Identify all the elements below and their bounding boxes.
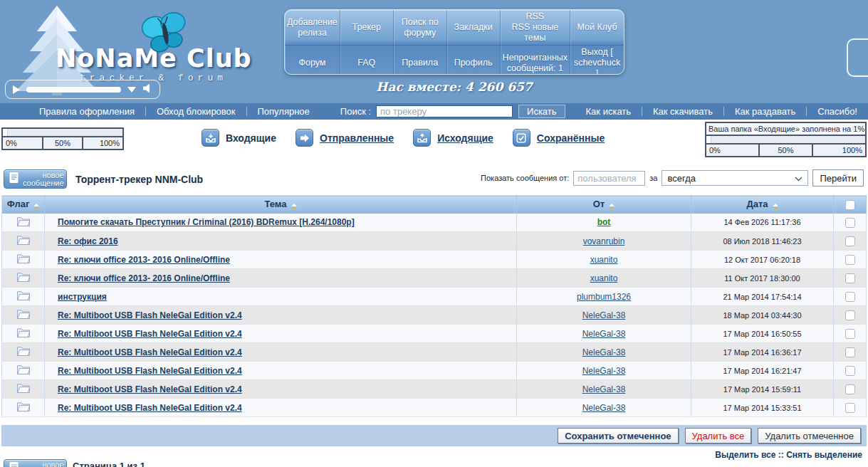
- tracker-search-input[interactable]: [376, 105, 513, 117]
- tab-saved[interactable]: Сохранённые: [513, 129, 605, 147]
- menu-item-add-release[interactable]: Добавление релиза: [285, 10, 340, 46]
- delete-all-button[interactable]: Удалить все: [685, 428, 752, 444]
- row-checkbox[interactable]: [845, 366, 855, 376]
- message-row: Re: Multiboot USB Flash NeleGal Edition …: [2, 399, 867, 417]
- topic-link[interactable]: Re: Multiboot USB Flash NeleGal Edition …: [58, 347, 242, 357]
- flag-cell: [2, 343, 45, 362]
- quota-scale-100: 100%: [83, 137, 122, 149]
- delete-marked-button[interactable]: Удалить отмеченное: [758, 428, 861, 444]
- row-checkbox[interactable]: [845, 329, 855, 339]
- new-message-button-bottom[interactable]: новое сообщение: [4, 459, 67, 467]
- sort-icon[interactable]: [291, 204, 297, 210]
- sender-link[interactable]: NeleGal-38: [582, 310, 626, 320]
- sender-link[interactable]: NeleGal-38: [582, 366, 626, 376]
- menu-item-unread-messages[interactable]: Непрочитанных сообщений: 1: [501, 46, 570, 75]
- check-cell: [834, 232, 867, 251]
- topic-link[interactable]: Помогите скачать Преступник / Criminal (…: [58, 217, 355, 227]
- volume-icon[interactable]: [142, 83, 152, 96]
- nav-how-seed[interactable]: Как раздавать: [724, 106, 806, 117]
- column-header-date[interactable]: Дата: [691, 196, 834, 214]
- new-message-label: новое сообщение: [23, 461, 64, 467]
- menu-item-logout[interactable]: Выход [ schevchuck ]: [570, 46, 624, 75]
- flag-cell: [2, 232, 45, 251]
- row-checkbox[interactable]: [845, 292, 855, 302]
- menu-item-profile[interactable]: Профиль: [447, 46, 501, 75]
- tab-sent-label: Отправленные: [320, 132, 394, 144]
- new-message-button[interactable]: новое сообщение: [4, 169, 67, 189]
- row-checkbox[interactable]: [845, 310, 855, 320]
- nav-how-search[interactable]: Как искать: [575, 106, 642, 117]
- tab-outbox-label: Исходящие: [437, 132, 493, 144]
- select-all-links[interactable]: Выделить все :: Снять выделение: [715, 450, 862, 460]
- quota-progress-fill: [706, 136, 711, 143]
- player-slider[interactable]: [26, 87, 121, 93]
- folder-icon: [16, 308, 31, 320]
- row-checkbox[interactable]: [845, 218, 855, 228]
- audio-player[interactable]: [5, 80, 160, 99]
- header-checkbox[interactable]: [845, 200, 855, 210]
- menu-item-faq[interactable]: FAQ: [340, 46, 394, 75]
- message-date: 12 Окт 2017 06:20:18: [691, 251, 834, 269]
- sender-link[interactable]: NeleGal-38: [582, 403, 626, 413]
- tab-inbox[interactable]: Входящие: [202, 129, 276, 147]
- folder-icon: [16, 382, 31, 394]
- sender-link[interactable]: NeleGal-38: [582, 329, 626, 339]
- play-icon[interactable]: [13, 85, 20, 94]
- nav-popular[interactable]: Популярное: [246, 106, 320, 117]
- topic-link[interactable]: инструкция: [58, 292, 107, 302]
- sender-link[interactable]: vovanrubin: [583, 236, 625, 246]
- quota-widget-left: 0% 50% 100%: [1, 127, 124, 150]
- row-checkbox[interactable]: [845, 255, 855, 265]
- go-button[interactable]: Перейти: [812, 169, 864, 187]
- menu-item-forum-search[interactable]: Поиск по форуму: [394, 10, 447, 46]
- row-checkbox[interactable]: [845, 273, 855, 283]
- sender-link[interactable]: bot: [597, 217, 611, 227]
- topic-link[interactable]: Re: Multiboot USB Flash NeleGal Edition …: [58, 366, 242, 376]
- row-checkbox[interactable]: [845, 236, 855, 246]
- period-select[interactable]: всегда: [662, 170, 808, 186]
- message-date: 18 Мар 2014 03:44:30: [691, 306, 834, 325]
- sort-icon[interactable]: [33, 204, 39, 210]
- quota-widget-right: Ваша папка «Входящие» заполнена на 1% 0%…: [705, 122, 867, 157]
- row-checkbox[interactable]: [845, 347, 855, 357]
- sender-link[interactable]: NeleGal-38: [582, 384, 626, 394]
- sender-link[interactable]: xuanito: [590, 273, 618, 283]
- menu-item-rss[interactable]: RSS RSS новые темы: [501, 10, 570, 46]
- topic-link[interactable]: Re: офис 2016: [58, 236, 118, 246]
- topic-link[interactable]: Re: ключи office 2013- 2016 Online/Offli…: [58, 273, 230, 283]
- row-checkbox[interactable]: [845, 384, 855, 394]
- sender-link[interactable]: xuanito: [590, 255, 618, 265]
- sort-icon[interactable]: [609, 204, 615, 210]
- column-header-from[interactable]: От: [517, 196, 691, 214]
- filter-user-input[interactable]: [573, 171, 645, 186]
- nav-how-download[interactable]: Как скачивать: [642, 106, 723, 117]
- topic-link[interactable]: Re: Multiboot USB Flash NeleGal Edition …: [58, 384, 242, 394]
- period-select-value: всегда: [667, 173, 695, 184]
- menu-item-rules[interactable]: Правила: [394, 46, 447, 75]
- menu-item-tracker[interactable]: Трекер: [340, 10, 394, 46]
- menu-item-bookmarks[interactable]: Закладки: [447, 10, 501, 46]
- tab-outbox[interactable]: Исходящие: [413, 129, 493, 147]
- menu-item-forum[interactable]: Форум: [285, 46, 340, 75]
- sort-icon[interactable]: [773, 204, 778, 210]
- column-header-topic[interactable]: Тема: [45, 196, 517, 214]
- save-marked-button[interactable]: Сохранить отмеченное: [558, 428, 678, 444]
- folder-icon: [16, 290, 31, 301]
- nav-thanks[interactable]: Спасибо!: [807, 106, 868, 117]
- topic-link[interactable]: Re: Multiboot USB Flash NeleGal Edition …: [58, 403, 242, 413]
- message-row: Re: Multiboot USB Flash NeleGal Edition …: [2, 380, 867, 399]
- sender-link[interactable]: plumbum1326: [577, 292, 631, 302]
- sender-link[interactable]: NeleGal-38: [582, 347, 626, 357]
- topic-link[interactable]: Re: Multiboot USB Flash NeleGal Edition …: [58, 310, 242, 320]
- topic-link[interactable]: Re: Multiboot USB Flash NeleGal Edition …: [58, 329, 242, 339]
- column-header-flag[interactable]: Флаг: [2, 196, 45, 214]
- row-checkbox[interactable]: [845, 403, 855, 413]
- tab-sent[interactable]: Отправленные: [296, 129, 394, 147]
- nav-bypass-block[interactable]: Обход блокировок: [146, 106, 246, 117]
- nav-rules-design[interactable]: Правила оформления: [28, 106, 145, 117]
- topic-link[interactable]: Re: ключи office 2013- 2016 Online/Offli…: [58, 255, 230, 265]
- search-button[interactable]: Искать: [518, 105, 565, 118]
- menu-item-my-club[interactable]: Мой Клуб: [570, 10, 624, 46]
- corner-panel: [847, 38, 868, 77]
- player-dropdown-icon[interactable]: [127, 87, 136, 93]
